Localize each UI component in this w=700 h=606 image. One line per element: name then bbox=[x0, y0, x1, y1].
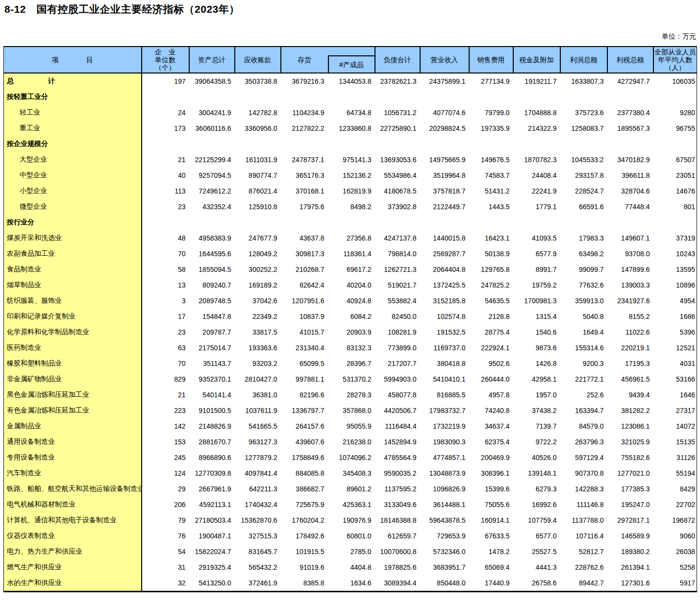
cell-accounts-receivable: 93203.2 bbox=[235, 356, 281, 371]
table-row: 纺织服装、服饰业32089748.537042.61207951.640924.… bbox=[4, 293, 697, 309]
cell-total-assets: 27180503.4 bbox=[189, 512, 235, 528]
cell-employees: 5258 bbox=[653, 559, 697, 575]
cell-total-profit: 1045533.2 bbox=[560, 152, 607, 168]
cell-accounts-receivable: 1611031.9 bbox=[235, 152, 281, 168]
cell-operating-revenue: 102574.8 bbox=[420, 309, 469, 324]
cell-enterprise-count: 63 bbox=[142, 340, 189, 356]
cell-employees: 37319 bbox=[653, 230, 697, 246]
cell-inventory: 82642.4 bbox=[281, 277, 328, 293]
row-label: 汽车制造业 bbox=[4, 465, 142, 481]
cell-total-assets: 809240.7 bbox=[189, 277, 235, 293]
cell-finished-products: 345408.3 bbox=[328, 465, 375, 481]
col-header-profit-and-taxes: 利税总额 bbox=[607, 47, 653, 73]
table-row: 专用设备制造业2458966890.61277879.21758849.6107… bbox=[4, 450, 697, 465]
row-label: 食品制造业 bbox=[4, 262, 142, 277]
col-header-enterprise-count-line: （个） bbox=[142, 64, 189, 72]
cell-total-liabilities: 458077.8 bbox=[375, 387, 420, 403]
row-label: 按行业分 bbox=[4, 215, 142, 230]
cell-total-profit: 597129.4 bbox=[560, 450, 607, 465]
cell-selling-expenses: 34637.4 bbox=[469, 418, 513, 434]
cell-operating-revenue: 850448.0 bbox=[420, 575, 469, 592]
cell-taxes-surcharges: 1700981.3 bbox=[513, 293, 560, 309]
cell-accounts-receivable: 541665.5 bbox=[235, 418, 281, 434]
cell-taxes-surcharges: 1919211.7 bbox=[513, 73, 560, 89]
cell-operating-revenue: 17983732.7 bbox=[420, 403, 469, 418]
cell-finished-products: 40924.8 bbox=[328, 293, 375, 309]
cell-inventory: 884085.8 bbox=[281, 465, 328, 481]
cell-finished-products: 152136.2 bbox=[328, 168, 375, 183]
cell-inventory: 2478737.1 bbox=[281, 152, 328, 168]
row-label: 橡胶和塑料制品业 bbox=[4, 356, 142, 371]
cell-finished-products: 531370.2 bbox=[328, 371, 375, 387]
cell-enterprise-count: 3 bbox=[142, 293, 189, 309]
cell-accounts-receivable: 33817.5 bbox=[235, 324, 281, 340]
row-label: 纺织服装、服饰业 bbox=[4, 293, 142, 309]
cell-taxes-surcharges: 26758.6 bbox=[513, 575, 560, 592]
row-label: 黑色金属冶炼和压延加工业 bbox=[4, 387, 142, 403]
cell-total-assets: 39064358.5 bbox=[189, 73, 235, 89]
cell-selling-expenses: 308396.1 bbox=[469, 465, 513, 481]
cell-operating-revenue: 380418.8 bbox=[420, 356, 469, 371]
cell-accounts-receivable: 890774.7 bbox=[235, 168, 281, 183]
cell-total-profit: 52812.7 bbox=[560, 544, 607, 559]
cell-total-liabilities: 773899.0 bbox=[375, 340, 420, 356]
cell-operating-revenue: 14975665.9 bbox=[420, 152, 469, 168]
cell-finished-products: 60801.0 bbox=[328, 528, 375, 544]
cell-enterprise-count: 32 bbox=[142, 575, 189, 592]
cell-total-liabilities: 4180678.5 bbox=[375, 183, 420, 199]
cell-taxes-surcharges: 1779.1 bbox=[513, 199, 560, 215]
row-label: 微型企业 bbox=[4, 199, 142, 215]
cell-total-assets: 540141.4 bbox=[189, 387, 235, 403]
cell-selling-expenses: 9502.6 bbox=[469, 356, 513, 371]
table-row: 有色金属冶炼和压延加工业2239101500.51037611.91336797… bbox=[4, 403, 697, 418]
cell-total-profit: 111146.8 bbox=[560, 497, 607, 512]
cell-total-assets: 4592113.1 bbox=[189, 497, 235, 512]
cell-taxes-surcharges: 25527.5 bbox=[513, 544, 560, 559]
cell-accounts-receivable: 963127.3 bbox=[235, 434, 281, 450]
cell-total-liabilities: 1452894.9 bbox=[375, 434, 420, 450]
cell-taxes-surcharges: 1704888.8 bbox=[513, 105, 560, 121]
table-row: 铁路、船舶、航空航天和其他运输设备制造业292667961.9642211.33… bbox=[4, 481, 697, 497]
cell-accounts-receivable: 36381.0 bbox=[235, 387, 281, 403]
cell-operating-revenue: 3519964.8 bbox=[420, 168, 469, 183]
cell-profit-and-taxes: 2341927.6 bbox=[607, 293, 653, 309]
row-label: 燃气生产和供应业 bbox=[4, 559, 142, 575]
cell-taxes-surcharges: 1957.0 bbox=[513, 387, 560, 403]
cell-total-liabilities: 373902.8 bbox=[375, 199, 420, 215]
cell-accounts-receivable: 4097841.4 bbox=[235, 465, 281, 481]
table-row: 按行业分 bbox=[4, 215, 697, 230]
cell-accounts-receivable: 125910.8 bbox=[235, 199, 281, 215]
cell-total-profit: 142288.3 bbox=[560, 481, 607, 497]
cell-enterprise-count: 70 bbox=[142, 356, 189, 371]
cell-inventory: 1207951.6 bbox=[281, 293, 328, 309]
cell-taxes-surcharges: 9722.2 bbox=[513, 434, 560, 450]
table-row: 化学原料和化学制品制造业23209787.733817.541015.72090… bbox=[4, 324, 697, 340]
cell-operating-revenue bbox=[420, 136, 469, 152]
cell-employees: 10896 bbox=[653, 277, 697, 293]
cell-inventory: 82196.6 bbox=[281, 387, 328, 403]
cell-inventory: 309817.3 bbox=[281, 246, 328, 262]
cell-finished-products bbox=[328, 136, 375, 152]
cell-employees: 23051 bbox=[653, 168, 697, 183]
cell-accounts-receivable: 642211.3 bbox=[235, 481, 281, 497]
cell-enterprise-count: 79 bbox=[142, 512, 189, 528]
col-header-employees-line: 年平均人数 bbox=[654, 56, 697, 64]
table-row: 汽车制造业12412770309.84097841.4884085.834540… bbox=[4, 465, 697, 481]
cell-accounts-receivable bbox=[235, 136, 281, 152]
cell-employees: 196872 bbox=[653, 512, 697, 528]
cell-accounts-receivable: 22349.2 bbox=[235, 309, 281, 324]
cell-operating-revenue: 816885.5 bbox=[420, 387, 469, 403]
cell-inventory: 231340.4 bbox=[281, 340, 328, 356]
cell-total-assets: 1644595.6 bbox=[189, 246, 235, 262]
cell-operating-revenue: 24375899.1 bbox=[420, 73, 469, 89]
cell-employees bbox=[653, 89, 697, 105]
cell-taxes-surcharges bbox=[513, 89, 560, 105]
cell-total-assets: 2919325.4 bbox=[189, 559, 235, 575]
row-label: 通用设备制造业 bbox=[4, 434, 142, 450]
cell-operating-revenue: 13048873.9 bbox=[420, 465, 469, 481]
cell-enterprise-count bbox=[142, 89, 189, 105]
cell-total-profit: 1258083.7 bbox=[560, 121, 607, 136]
cell-selling-expenses: 74240.8 bbox=[469, 403, 513, 418]
cell-accounts-receivable: 372461.9 bbox=[235, 575, 281, 592]
cell-total-profit: 252.6 bbox=[560, 387, 607, 403]
